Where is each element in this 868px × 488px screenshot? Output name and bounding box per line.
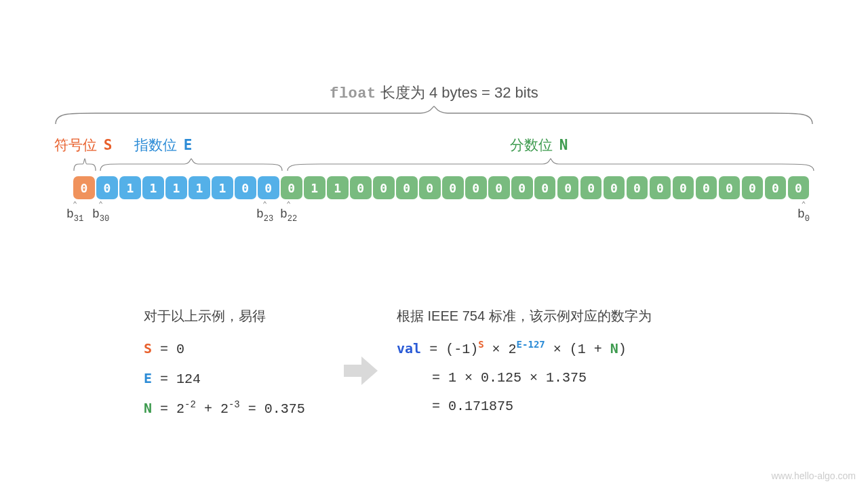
bit-frac: 0: [396, 176, 418, 199]
val-result: = 0.171875: [397, 392, 652, 421]
bit-frac: 0: [488, 176, 510, 199]
ieee754-formula: 根据 IEEE 754 标准，该示例对应的数字为 val = (-1)S × 2…: [397, 302, 652, 421]
bit-sign: 0: [73, 176, 95, 199]
bit-frac: 0: [580, 176, 602, 199]
diagram-title: float 长度为 4 bytes = 32 bits: [0, 83, 868, 103]
bit-frac: 0: [419, 176, 441, 199]
caret-icon: ⌃: [797, 202, 810, 207]
bit-frac: 0: [742, 176, 764, 199]
bit-index-0: ⌃ b0: [797, 202, 810, 224]
bit-exp: 1: [119, 176, 141, 199]
bit-exp: 0: [235, 176, 256, 199]
watermark: www.hello-algo.com: [772, 470, 856, 481]
bit-frac: 0: [350, 176, 372, 199]
bit-frac: 0: [765, 176, 787, 199]
bit-frac: 0: [650, 176, 671, 199]
val-step2: = 1 × 0.125 × 1.375: [397, 364, 652, 392]
bit-exp: 1: [142, 176, 164, 199]
fraction-section-label: 分数位 N: [510, 136, 568, 155]
arrow-icon: [344, 357, 378, 385]
bit-exp: 1: [165, 176, 187, 199]
bit-exp: 0: [96, 176, 118, 199]
bit-frac: 0: [557, 176, 579, 199]
bit-index-22: ⌃ b22: [280, 202, 297, 224]
title-text: 长度为 4 bytes = 32 bits: [376, 84, 538, 101]
bit-frac: 1: [327, 176, 349, 199]
bit-frac: 0: [511, 176, 533, 199]
bit-frac: 0: [604, 176, 625, 199]
bit-frac: 0: [719, 176, 741, 199]
exponent-section-label: 指数位 E: [134, 136, 193, 155]
bits-row: 0 0 1 1 1 1 1 0 0 0 1 1 0 0 0 0 0 0 0 0 …: [73, 176, 809, 199]
sign-section-label: 符号位 S: [54, 136, 113, 155]
sign-brace: [73, 157, 96, 172]
bit-frac: 0: [788, 176, 810, 199]
caret-icon: ⌃: [256, 202, 273, 207]
s-equation: S = 0: [144, 334, 305, 364]
bit-frac: 0: [442, 176, 464, 199]
title-keyword: float: [330, 85, 376, 102]
right-heading: 根据 IEEE 754 标准，该示例对应的数字为: [397, 302, 652, 330]
caret-icon: ⌃: [92, 202, 109, 207]
bit-frac: 1: [304, 176, 326, 199]
left-heading: 对于以上示例，易得: [144, 302, 305, 330]
bit-exp: 1: [189, 176, 210, 199]
bit-index-23: ⌃ b23: [256, 202, 273, 224]
fraction-brace: [286, 157, 815, 172]
bit-frac: 0: [696, 176, 717, 199]
bit-frac: 0: [281, 176, 302, 199]
n-equation: N = 2-2 + 2-3 = 0.375: [144, 394, 305, 424]
e-equation: E = 124: [144, 364, 305, 394]
bit-index-31: ⌃ b31: [66, 202, 83, 224]
caret-icon: ⌃: [66, 202, 83, 207]
bit-index-30: ⌃ b30: [92, 202, 109, 224]
exponent-brace: [99, 157, 283, 172]
top-brace: [54, 105, 814, 125]
bit-exp: 1: [212, 176, 233, 199]
bit-frac: 0: [465, 176, 487, 199]
example-values: 对于以上示例，易得 S = 0 E = 124 N = 2-2 + 2-3 = …: [144, 302, 305, 424]
bit-frac: 0: [373, 176, 395, 199]
bit-frac: 0: [673, 176, 694, 199]
bit-frac: 0: [627, 176, 648, 199]
bit-frac: 0: [534, 176, 556, 199]
val-formula: val = (-1)S × 2E-127 × (1 + N): [397, 334, 652, 364]
caret-icon: ⌃: [280, 202, 297, 207]
bit-exp: 0: [258, 176, 279, 199]
